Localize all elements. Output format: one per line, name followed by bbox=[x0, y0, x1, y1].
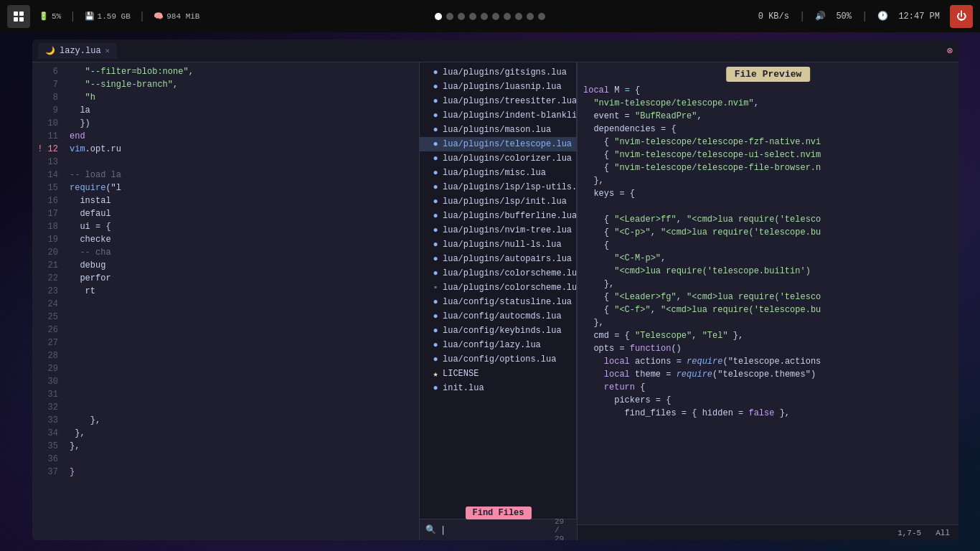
file-name: LICENSE bbox=[443, 369, 479, 379]
lua-file-icon: ● bbox=[431, 182, 440, 192]
file-tree-item[interactable]: ● lua/config/keybinds.lua bbox=[420, 324, 576, 338]
file-tree-item[interactable]: ● lua/config/statusline.lua bbox=[420, 295, 576, 309]
file-name: lua/config/statusline.lua bbox=[443, 297, 572, 307]
dot-6[interactable] bbox=[504, 13, 511, 20]
file-name: lua/plugins/treesitter.lua bbox=[443, 96, 577, 106]
tab-lazy-lua[interactable]: 🌙 lazy.lua ✕ bbox=[38, 43, 117, 59]
lua-file-icon: ● bbox=[431, 340, 440, 350]
file-name: lua/plugins/lsp/lsp-utils.lua bbox=[443, 182, 577, 192]
code-content: "--filter=blob:none", "--single-branch",… bbox=[64, 62, 419, 540]
power-button[interactable]: ⏻ bbox=[950, 5, 973, 28]
file-tree-item[interactable]: ● lua/plugins/gitsigns.lua bbox=[420, 65, 576, 80]
lua-file-icon: ● bbox=[431, 311, 440, 321]
ram1-value: 1.59 GB bbox=[98, 12, 131, 21]
file-tree-item[interactable]: ● lua/plugins/luasnip.lua bbox=[420, 80, 576, 94]
dot-5[interactable] bbox=[492, 13, 499, 20]
file-name: lua/plugins/colorscheme.lua bbox=[443, 268, 577, 278]
lua-file-icon: ● bbox=[431, 67, 440, 77]
file-tree-item[interactable]: ● lua/plugins/lsp/init.lua bbox=[420, 194, 576, 209]
tab-bar: 🌙 lazy.lua ✕ ⊗ bbox=[32, 39, 958, 62]
file-name: init.lua bbox=[443, 383, 484, 393]
lua-file-icon: ● bbox=[431, 197, 440, 207]
file-tree-item[interactable]: ● lua/plugins/lsp/lsp-utils.lua bbox=[420, 180, 576, 194]
file-name: lua/plugins/indent-blankline.lua bbox=[443, 110, 577, 121]
clock-icon: 🕐 bbox=[877, 11, 888, 22]
search-bar: 🔍 29 / 29 Find Files bbox=[420, 519, 577, 540]
line-numbers: 6 7 8 9 10 11 ! 12 13 14 15 16 17 18 19 … bbox=[32, 62, 64, 540]
lua-file-icon: ● bbox=[431, 354, 440, 364]
file-name: lua/config/lazy.lua bbox=[443, 340, 541, 350]
file-name: lua/plugins/null-ls.lua bbox=[443, 240, 562, 250]
lua-file-icon: ● bbox=[431, 82, 440, 92]
file-name: lua/plugins/mason.lua bbox=[443, 125, 551, 135]
dot-2[interactable] bbox=[458, 13, 465, 20]
file-tree-item-selected[interactable]: ● lua/plugins/telescope.lua bbox=[420, 137, 576, 151]
preview-panel: File Preview local M = { "nvim-telescope… bbox=[578, 62, 958, 540]
file-tree-item[interactable]: ● lua/plugins/nvim-tree.lua bbox=[420, 223, 576, 237]
time-value: 12:47 PM bbox=[898, 11, 940, 22]
file-name: lua/config/keybinds.lua bbox=[443, 326, 562, 336]
lua-file-icon: ● bbox=[431, 240, 440, 250]
tab-label: lazy.lua bbox=[60, 46, 101, 56]
file-name: lua/plugins/bufferline.lua bbox=[443, 211, 577, 221]
search-icon: 🔍 bbox=[425, 524, 436, 535]
cursor-position: 1,7-5 bbox=[897, 529, 921, 537]
file-tree: ● lua/plugins/gitsigns.lua ● lua/plugins… bbox=[420, 62, 577, 519]
dot-0[interactable] bbox=[435, 13, 442, 20]
preview-content: local M = { "nvim-telescope/telescope.nv… bbox=[578, 62, 958, 524]
file-tree-item[interactable]: ▪ lua/plugins/colorscheme.lua.bck bbox=[420, 281, 576, 295]
file-name: lua/plugins/lsp/init.lua bbox=[443, 197, 567, 207]
file-tree-item[interactable]: ● lua/config/autocmds.lua bbox=[420, 309, 576, 324]
file-tree-item[interactable]: ● lua/plugins/mason.lua bbox=[420, 123, 576, 137]
dot-3[interactable] bbox=[469, 13, 476, 20]
dot-9[interactable] bbox=[538, 13, 545, 20]
editor-window: 🌙 lazy.lua ✕ ⊗ 6 7 8 9 10 11 ! 12 13 bbox=[32, 39, 958, 540]
dot-7[interactable] bbox=[515, 13, 522, 20]
file-tree-item[interactable]: ● lua/plugins/autopairs.lua bbox=[420, 252, 576, 266]
dot-4[interactable] bbox=[481, 13, 488, 20]
file-tree-item[interactable]: ★ LICENSE bbox=[420, 367, 576, 381]
lua-file-icon: ● bbox=[431, 125, 440, 135]
lua-file-icon: ● bbox=[431, 297, 440, 307]
ram2-value: 984 MiB bbox=[166, 12, 199, 21]
file-tree-panel: ● lua/plugins/gitsigns.lua ● lua/plugins… bbox=[420, 62, 578, 540]
lua-file-icon: ● bbox=[431, 96, 440, 106]
file-tree-item[interactable]: ● lua/plugins/misc.lua bbox=[420, 166, 576, 180]
file-name: lua/plugins/autopairs.lua bbox=[443, 254, 572, 264]
file-tree-item[interactable]: ● init.lua bbox=[420, 381, 576, 395]
ram1-icon: 💾 bbox=[85, 11, 95, 21]
lua-tab-icon: 🌙 bbox=[45, 46, 55, 55]
search-input[interactable] bbox=[440, 525, 550, 535]
file-tree-item[interactable]: ● lua/plugins/indent-blankline.lua bbox=[420, 108, 576, 123]
window-close-button[interactable]: ⊗ bbox=[947, 44, 953, 57]
file-tree-item[interactable]: ● lua/plugins/null-ls.lua bbox=[420, 237, 576, 252]
file-tree-item[interactable]: ● lua/plugins/treesitter.lua bbox=[420, 94, 576, 108]
dot-1[interactable] bbox=[446, 13, 453, 20]
bck-file-icon: ▪ bbox=[431, 283, 440, 293]
lua-file-icon: ● bbox=[431, 254, 440, 264]
lua-file-icon: ● bbox=[431, 326, 440, 336]
file-name: lua/plugins/telescope.lua bbox=[443, 139, 572, 149]
lua-file-icon: ● bbox=[431, 211, 440, 221]
volume-value: 50% bbox=[836, 11, 852, 22]
file-tree-item[interactable]: ● lua/config/lazy.lua bbox=[420, 338, 576, 352]
file-name: lua/plugins/gitsigns.lua bbox=[443, 67, 567, 77]
lua-file-icon: ● bbox=[431, 225, 440, 235]
license-file-icon: ★ bbox=[431, 369, 440, 380]
file-tree-item[interactable]: ● lua/plugins/colorizer.lua bbox=[420, 151, 576, 166]
dot-8[interactable] bbox=[527, 13, 534, 20]
file-tree-item[interactable]: ● lua/config/options.lua bbox=[420, 352, 576, 367]
start-button[interactable] bbox=[7, 5, 30, 28]
file-tree-item[interactable]: ● lua/plugins/bufferline.lua bbox=[420, 209, 576, 223]
background: 🌙 lazy.lua ✕ ⊗ 6 7 8 9 10 11 ! 12 13 bbox=[0, 32, 980, 551]
lua-file-icon: ● bbox=[431, 139, 440, 149]
file-tree-item[interactable]: ● lua/plugins/colorscheme.lua bbox=[420, 266, 576, 281]
tab-close-icon[interactable]: ✕ bbox=[105, 46, 110, 55]
lua-file-icon: ● bbox=[431, 268, 440, 278]
status-bar: 1,7-5 All bbox=[578, 524, 958, 540]
search-count: 29 / 29 bbox=[555, 517, 571, 541]
ram2-icon: 🧠 bbox=[154, 11, 164, 21]
file-name: lua/plugins/colorizer.lua bbox=[443, 154, 572, 164]
file-name: lua/plugins/colorscheme.lua.bck bbox=[443, 283, 577, 293]
battery-value: 5% bbox=[52, 12, 61, 21]
